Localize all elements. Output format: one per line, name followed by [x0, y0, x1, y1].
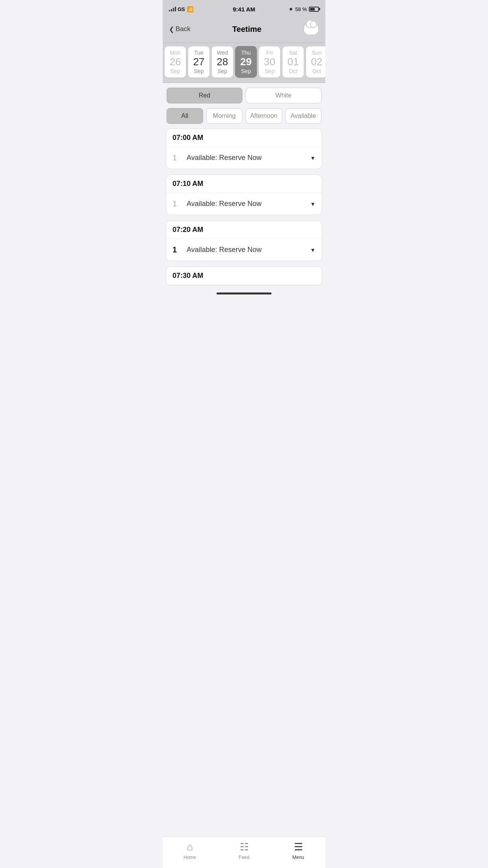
- day-month: Oct: [312, 68, 321, 74]
- day-num: 27: [193, 56, 205, 68]
- calendar-day-sun02[interactable]: Sun 02 Oct: [306, 46, 325, 78]
- signal-bars: [169, 7, 176, 11]
- day-num: 28: [217, 56, 228, 68]
- day-name: Sun: [312, 50, 322, 56]
- day-name: Thu: [241, 50, 251, 56]
- tee-card-header: 07:30 AM: [166, 267, 322, 285]
- time-filter-all[interactable]: All: [167, 108, 203, 124]
- day-name: Tue: [194, 50, 204, 56]
- status-time: 9:41 AM: [233, 6, 255, 13]
- battery-icon: [309, 7, 319, 12]
- spot-number: 1: [172, 153, 182, 162]
- calendar-day-mon26[interactable]: Mon 26 Sep: [164, 46, 186, 78]
- tee-card-tt0710: 07:10 AM 1 Available: Reserve Now ▼: [166, 175, 322, 215]
- chevron-down-icon: ▼: [310, 247, 316, 253]
- tee-time-label: 07:00 AM: [172, 134, 203, 142]
- tee-slot[interactable]: 1 Available: Reserve Now ▼: [166, 193, 322, 215]
- day-num: 02: [311, 56, 323, 68]
- day-month: Sep: [194, 68, 204, 74]
- weather-button[interactable]: [303, 21, 319, 37]
- day-month: Sep: [218, 68, 227, 74]
- tee-card-header: 07:10 AM: [166, 175, 322, 193]
- chevron-down-icon: ▼: [310, 201, 316, 207]
- calendar-day-sat01[interactable]: Sat 01 Oct: [282, 46, 304, 78]
- tee-slot[interactable]: 1 Available: Reserve Now ▼: [166, 239, 322, 261]
- cloud-icon: [304, 24, 318, 35]
- time-filter-available[interactable]: Available: [285, 108, 322, 124]
- reserve-label: Available: Reserve Now: [187, 246, 305, 254]
- scroll-bar: [216, 292, 272, 294]
- day-name: Sat: [289, 50, 297, 56]
- white-course-button[interactable]: White: [246, 88, 321, 103]
- nav-bar: ❮ Back Teetime: [163, 17, 325, 43]
- time-filter-morning[interactable]: Morning: [206, 108, 243, 124]
- day-num: 26: [170, 56, 181, 68]
- tee-card-header: 07:00 AM: [166, 129, 322, 147]
- battery-pct: 58 %: [295, 6, 307, 12]
- day-num: 29: [240, 56, 252, 68]
- calendar-day-tue27[interactable]: Tue 27 Sep: [188, 46, 210, 78]
- scroll-indicator: [163, 291, 325, 294]
- tee-time-label: 07:30 AM: [172, 272, 203, 280]
- spot-number: 1: [172, 199, 182, 208]
- carrier-label: GS: [178, 6, 185, 12]
- tee-time-label: 07:10 AM: [172, 180, 203, 188]
- status-left: GS 📶: [169, 6, 193, 12]
- day-month: Sep: [171, 68, 180, 74]
- back-label: Back: [176, 25, 191, 33]
- bluetooth-icon: ✷: [289, 6, 293, 12]
- time-filter-afternoon[interactable]: Afternoon: [246, 108, 282, 124]
- back-chevron-icon: ❮: [169, 26, 174, 33]
- tee-slot[interactable]: 1 Available: Reserve Now ▼: [166, 147, 322, 169]
- day-name: Fri: [266, 50, 273, 56]
- course-filter: Red White: [163, 83, 325, 108]
- day-num: 30: [264, 56, 275, 68]
- reserve-label: Available: Reserve Now: [187, 200, 305, 208]
- calendar-day-wed28[interactable]: Wed 28 Sep: [211, 46, 233, 78]
- tee-times-list: 07:00 AM 1 Available: Reserve Now ▼ 07:1…: [163, 129, 325, 291]
- reserve-label: Available: Reserve Now: [187, 154, 305, 162]
- back-button[interactable]: ❮ Back: [169, 25, 191, 33]
- tee-card-tt0720: 07:20 AM 1 Available: Reserve Now ▼: [166, 221, 322, 261]
- status-bar: GS 📶 9:41 AM ✷ 58 %: [163, 0, 325, 17]
- day-name: Mon: [170, 50, 180, 56]
- tee-time-label: 07:20 AM: [172, 226, 203, 234]
- calendar-day-fri30[interactable]: Fri 30 Sep: [259, 46, 281, 78]
- day-name: Wed: [217, 50, 228, 56]
- day-month: Oct: [289, 68, 297, 74]
- tee-card-tt0700: 07:00 AM 1 Available: Reserve Now ▼: [166, 129, 322, 169]
- day-num: 01: [288, 56, 299, 68]
- calendar-day-thu29[interactable]: Thu 29 Sep: [235, 46, 257, 78]
- tee-card-header: 07:20 AM: [166, 221, 322, 239]
- tee-card-tt0730: 07:30 AM: [166, 267, 322, 285]
- wifi-icon: 📶: [187, 6, 193, 12]
- calendar-strip: Mon 26 Sep Tue 27 Sep Wed 28 Sep Thu 29 …: [163, 43, 325, 83]
- status-right: ✷ 58 %: [289, 6, 319, 12]
- time-filter: AllMorningAfternoonAvailable: [163, 108, 325, 129]
- red-course-button[interactable]: Red: [167, 88, 242, 103]
- chevron-down-icon: ▼: [310, 155, 316, 161]
- day-month: Sep: [265, 68, 275, 74]
- page-title: Teetime: [232, 25, 261, 34]
- day-month: Sep: [241, 68, 251, 74]
- spot-number: 1: [172, 245, 182, 254]
